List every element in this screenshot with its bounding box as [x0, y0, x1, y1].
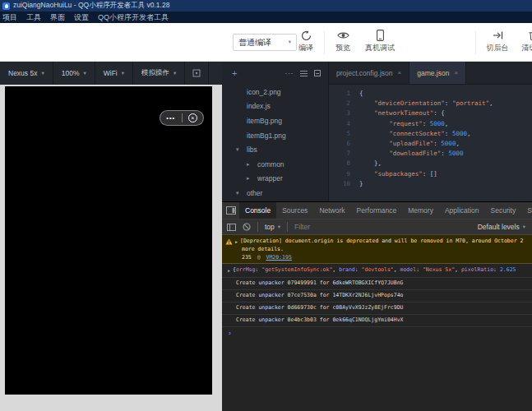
tab-close-icon[interactable]: × — [454, 69, 458, 76]
simulate-actions-select[interactable]: 模拟操作 ▾ — [133, 62, 185, 85]
devtools-tab-storage[interactable]: Storage — [521, 202, 532, 219]
console-token: pixelRatio — [461, 266, 493, 273]
tab-close-icon[interactable]: × — [398, 69, 402, 76]
switch-background-button[interactable]: 切后台 — [481, 30, 514, 52]
code-token: "request" — [389, 120, 423, 127]
menu-item-3[interactable]: 界面 — [50, 12, 65, 23]
file-name: common — [257, 160, 285, 169]
menu-item-5[interactable]: QQ小程序开发者工具 — [98, 12, 169, 23]
mini-program-screen[interactable]: ••• × — [5, 86, 212, 395]
console-token: , — [332, 266, 339, 273]
devtools-tab-performance[interactable]: Performance — [351, 202, 403, 219]
titlebar: zuiQiangNaoHuiLu - QQ小程序开发者工具 v0.1.28 — [0, 0, 532, 12]
more-icon[interactable]: ··· — [285, 69, 294, 77]
more-icon[interactable]: ••• — [160, 115, 182, 122]
compile-mode-select[interactable]: 普通编译 ▾ — [233, 34, 297, 51]
editor-content[interactable]: 1{2 "deviceOrientation": "portrait",3 "n… — [329, 85, 532, 189]
console-token: : — [416, 266, 423, 273]
devtools-tab-sources[interactable]: Sources — [276, 202, 313, 219]
dock-side-icon[interactable] — [226, 206, 236, 215]
code-text: "subpackages": [] — [359, 169, 437, 179]
network-select[interactable]: WiFi ▾ — [95, 62, 133, 85]
code-editor: project.config.json×game.json× 1{2 "devi… — [329, 62, 532, 201]
file-name: other — [247, 189, 262, 197]
code-token — [359, 109, 374, 117]
network-value: WiFi — [104, 69, 118, 77]
zoom-select[interactable]: 100% ▾ — [53, 62, 95, 85]
code-token: : — [445, 99, 452, 107]
simulator-toolbar: Nexus 5x ▾ 100% ▾ WiFi ▾ 模拟操作 ▾ — [0, 62, 222, 85]
file-item-common[interactable]: ▸common — [222, 157, 328, 172]
menu-item-2[interactable]: 工具 — [26, 12, 41, 23]
clear-console-icon[interactable] — [243, 223, 251, 231]
console-prompt[interactable]: › — [222, 327, 532, 339]
menu-item-1[interactable]: 项目 — [2, 12, 17, 23]
code-token: "networkTimeout" — [374, 109, 433, 117]
file-name: index.js — [247, 102, 271, 110]
console-filter-input[interactable] — [294, 223, 401, 231]
devtools-tab-memory[interactable]: Memory — [402, 202, 439, 219]
context-select[interactable]: top ▾ — [265, 223, 280, 231]
devtools-tab-network[interactable]: Network — [313, 202, 350, 219]
chevron-down-icon: ▾ — [236, 190, 247, 196]
console-token: "getSystemInfoSync:ok" — [261, 266, 332, 273]
editor-tab-game-json[interactable]: game.json× — [409, 62, 466, 84]
file-item-wrapper[interactable]: ▸wrapper — [222, 172, 328, 187]
file-item-other[interactable]: ▾other — [222, 186, 328, 201]
menu-icon[interactable] — [300, 71, 308, 76]
expand-arrow-icon[interactable]: ▶ — [228, 267, 230, 275]
code-token: { — [359, 90, 363, 97]
file-item-libs[interactable]: ▾libs — [222, 142, 328, 157]
menu-item-4[interactable]: 设置 — [74, 12, 89, 23]
file-item-index-js[interactable]: index.js — [222, 99, 328, 114]
file-name: icon_2.png — [247, 88, 281, 96]
chevron-down-icon: ▾ — [41, 71, 44, 76]
explorer-header: + ··· — [222, 62, 328, 85]
devtools-tab-console[interactable]: Console — [239, 202, 276, 219]
toolbar-separator — [257, 222, 258, 232]
app-window: zuiQiangNaoHuiLu - QQ小程序开发者工具 v0.1.28 项目… — [0, 0, 532, 411]
eye-icon — [337, 30, 349, 41]
compile-button[interactable]: 编译 — [289, 30, 322, 52]
window-title: zuiQiangNaoHuiLu - QQ小程序开发者工具 v0.1.28 — [13, 1, 169, 11]
console-object-row[interactable]: ▶ {errMsg: "getSystemInfoSync:ok", brand… — [222, 264, 532, 278]
stack-frame-name: 235 — [242, 254, 252, 261]
preview-label: 预览 — [335, 44, 350, 52]
file-item-icon-2-png[interactable]: icon_2.png — [222, 85, 328, 99]
clear-cache-button[interactable]: 清缓存 — [516, 30, 532, 52]
warning-line: ▶ [Deprecation] document.origin is depre… — [225, 238, 529, 245]
console-token: : — [493, 266, 500, 273]
code-text: "uploadFile": 5000, — [359, 139, 460, 149]
expand-arrow-icon[interactable]: ▶ — [235, 239, 238, 244]
editor-tab-project-config-json[interactable]: project.config.json× — [329, 62, 409, 84]
code-line: 3 "networkTimeout": { — [332, 109, 532, 118]
code-token: : — [445, 130, 452, 137]
console-sidebar-icon[interactable] — [227, 224, 236, 231]
code-text: } — [359, 179, 363, 189]
line-number: 9 — [332, 169, 350, 179]
device-select[interactable]: Nexus 5x ▾ — [0, 62, 53, 85]
close-mini-program-button[interactable]: × — [183, 113, 204, 122]
close-icon: × — [188, 113, 197, 122]
devtools-tab-application[interactable]: Application — [439, 202, 485, 219]
source-link[interactable]: VM20:195 — [266, 254, 292, 261]
chevron-right-icon: ▸ — [247, 161, 257, 168]
line-number: 8 — [332, 159, 350, 169]
devtools-tab-security[interactable]: Security — [485, 202, 522, 219]
code-line: 9 "subpackages": [] — [332, 169, 532, 179]
chevron-down-icon: ▾ — [173, 71, 176, 76]
file-item-itembg1-png[interactable]: itemBg1.png — [222, 128, 328, 143]
collapse-all-icon[interactable] — [314, 70, 321, 76]
console-warning-row[interactable]: ▶ [Deprecation] document.origin is depre… — [222, 235, 532, 264]
code-text: { — [359, 89, 363, 99]
code-token: : — [423, 120, 430, 127]
preview-button[interactable]: 预览 — [326, 30, 359, 52]
new-window-icon[interactable] — [185, 62, 209, 85]
add-file-icon[interactable]: + — [232, 68, 237, 78]
file-explorer: + ··· icon_2.pngindex.jsitemBg.pngitemBg… — [222, 62, 329, 201]
console-token: errMsg — [236, 266, 255, 273]
code-token — [359, 99, 374, 107]
file-item-itembg-png[interactable]: itemBg.png — [222, 113, 328, 128]
log-level-select[interactable]: Default levels ▾ — [478, 223, 527, 231]
remote-debug-button[interactable]: 真机调试 — [363, 30, 396, 52]
